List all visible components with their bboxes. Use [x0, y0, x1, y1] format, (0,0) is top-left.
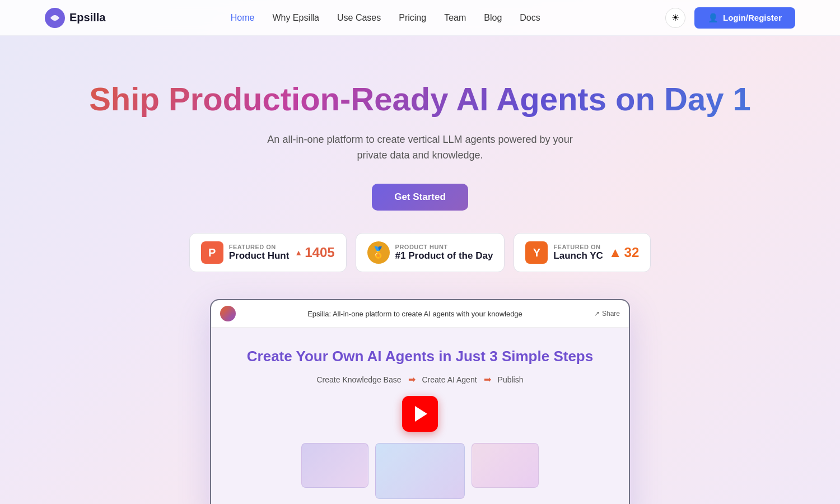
step-2: Create AI Agent: [422, 375, 477, 384]
launch-yc-name: Launch YC: [553, 250, 603, 262]
video-screenshots: [301, 443, 539, 499]
product-hunt-count: ▲ 1405: [295, 245, 334, 260]
product-hunt-content: FEATURED ON Product Hunt: [229, 244, 290, 262]
product-of-day-name: #1 Product of the Day: [395, 250, 493, 262]
hero-title: Ship Production-Ready AI Agents on Day 1: [22, 81, 818, 118]
nav-use-cases[interactable]: Use Cases: [337, 13, 381, 22]
screenshot-3: [472, 443, 539, 488]
product-hunt-label: FEATURED ON: [229, 244, 290, 250]
video-highlight: 3 Simple Steps: [489, 348, 593, 365]
launch-yc-label: FEATURED ON: [553, 244, 603, 250]
product-of-day-content: PRODUCT HUNT #1 Product of the Day: [395, 244, 493, 262]
launch-yc-badge[interactable]: Y FEATURED ON Launch YC ▲ 32: [514, 233, 651, 272]
video-body: Create Your Own AI Agents in Just 3 Simp…: [211, 328, 629, 504]
launch-yc-content: FEATURED ON Launch YC: [553, 244, 603, 262]
arrow-up-icon: ▲: [295, 248, 302, 257]
arrow-up-yc-icon: ▲: [609, 245, 622, 260]
share-button[interactable]: ↗ Share: [594, 310, 620, 318]
share-icon: ↗: [594, 310, 600, 318]
nav-pricing[interactable]: Pricing: [399, 13, 426, 22]
step-arrow-1: ➡: [408, 374, 416, 385]
channel-icon: [220, 306, 236, 321]
navbar: Epsilla Home Why Epsilla Use Cases Prici…: [0, 0, 840, 36]
product-hunt-icon: P: [201, 241, 223, 264]
product-hunt-badge[interactable]: P FEATURED ON Product Hunt ▲ 1405: [189, 233, 347, 272]
nav-why-epsilla[interactable]: Why Epsilla: [272, 13, 319, 22]
launch-yc-count: ▲ 32: [609, 245, 639, 260]
theme-toggle-button[interactable]: ☀: [665, 8, 685, 28]
hero-section: Ship Production-Ready AI Agents on Day 1…: [0, 36, 840, 504]
nav-team[interactable]: Team: [444, 13, 466, 22]
product-of-day-badge[interactable]: 🏅 PRODUCT HUNT #1 Product of the Day: [356, 233, 505, 272]
step-3: Publish: [498, 375, 524, 384]
nav-links: Home Why Epsilla Use Cases Pricing Team …: [231, 13, 540, 23]
play-button[interactable]: [402, 396, 438, 432]
step-arrow-2: ➡: [484, 374, 491, 385]
brand-name: Epsilla: [69, 11, 105, 24]
product-hunt-name: Product Hunt: [229, 250, 290, 262]
login-icon: 👤: [708, 13, 718, 23]
sun-icon: ☀: [671, 12, 679, 23]
screenshot-1: [301, 443, 368, 488]
badges-row: P FEATURED ON Product Hunt ▲ 1405 🏅 PROD…: [22, 233, 818, 272]
get-started-button[interactable]: Get Started: [372, 184, 468, 211]
video-container: Epsilla: All-in-one platform to create A…: [210, 299, 630, 504]
video-steps: Create Knowledge Base ➡ Create AI Agent …: [317, 374, 524, 385]
brand-logo[interactable]: Epsilla: [45, 8, 105, 28]
login-register-button[interactable]: 👤 Login/Register: [694, 7, 795, 29]
nav-blog[interactable]: Blog: [484, 13, 502, 22]
nav-home[interactable]: Home: [231, 13, 255, 22]
video-title: Epsilla: All-in-one platform to create A…: [241, 310, 589, 318]
nav-right: ☀ 👤 Login/Register: [665, 7, 795, 29]
nav-docs[interactable]: Docs: [520, 13, 540, 22]
hero-subtitle: An all-in-one platform to create vertica…: [263, 132, 577, 164]
step-1: Create Knowledge Base: [317, 375, 402, 384]
yc-icon: Y: [525, 241, 548, 264]
screenshot-2: [375, 443, 465, 499]
medal-icon: 🏅: [367, 241, 390, 264]
video-header: Epsilla: All-in-one platform to create A…: [211, 300, 629, 328]
product-of-day-label: PRODUCT HUNT: [395, 244, 493, 250]
video-inner-title: Create Your Own AI Agents in Just 3 Simp…: [247, 348, 593, 365]
